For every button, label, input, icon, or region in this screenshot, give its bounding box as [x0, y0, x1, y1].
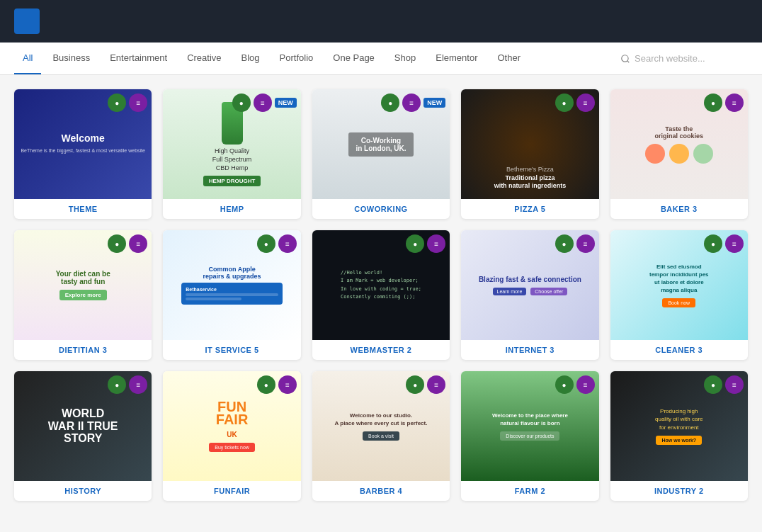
- card-label-dietitian3: DIETITIAN 3: [14, 340, 152, 360]
- badge-green: ●: [108, 94, 126, 112]
- badge-purple-pizza: ≡: [576, 94, 595, 112]
- app-container: All Business Entertainment Creative Blog…: [0, 0, 762, 515]
- svg-line-1: [627, 60, 630, 62]
- card-label-pizza5: PIZZA 5: [461, 199, 598, 219]
- badge-green-history: ●: [108, 375, 126, 394]
- badge-green-cleaner: ●: [704, 234, 722, 253]
- nav-item-elementor[interactable]: Elementor: [427, 43, 486, 74]
- badge-green-itservice: ●: [257, 234, 275, 253]
- badge-purple-dietitian: ≡: [129, 234, 147, 253]
- svg-point-0: [622, 55, 628, 61]
- search-input[interactable]: [635, 53, 748, 64]
- card-dietitian3[interactable]: Your diet can betasty and fun Explore mo…: [14, 230, 152, 360]
- badge-new-cowork: NEW: [423, 98, 445, 108]
- content: Welcome BeTheme is the biggest, fastest …: [0, 75, 762, 515]
- card-label-history: HISTORY: [14, 481, 152, 501]
- card-label-cleaner3: CLEANER 3: [610, 340, 748, 360]
- card-label-farm2: FARM 2: [461, 481, 598, 501]
- card-funfair[interactable]: FUNFAIRUK Buy tickets now ● ≡ FUNFAIR: [163, 371, 300, 501]
- badge-purple-funfair: ≡: [278, 375, 297, 394]
- badge-purple-farm: ≡: [576, 375, 595, 394]
- card-pizza5[interactable]: Betheme's Pizza Traditional pizzawith na…: [461, 89, 598, 219]
- search-icon: [620, 54, 630, 64]
- badge-purple-history: ≡: [129, 375, 147, 394]
- badge-green-hemp: ●: [232, 94, 251, 112]
- card-label-internet3: INTERNET 3: [461, 340, 598, 360]
- badge-purple-hemp: ≡: [254, 94, 272, 112]
- nav-item-all[interactable]: All: [14, 43, 41, 74]
- badge-green-farm: ●: [555, 375, 574, 394]
- card-label-baker3: BAKER 3: [610, 199, 748, 219]
- badge-purple-barber: ≡: [427, 375, 445, 394]
- card-label-itservice5: IT SERVICE 5: [163, 340, 300, 360]
- badge-green-industry: ●: [704, 375, 722, 394]
- website-grid: Welcome BeTheme is the biggest, fastest …: [14, 89, 748, 501]
- card-label-barber4: BARBER 4: [312, 481, 450, 501]
- card-label-theme: THEME: [14, 199, 152, 219]
- card-theme[interactable]: Welcome BeTheme is the biggest, fastest …: [14, 89, 152, 219]
- nav-item-creative[interactable]: Creative: [178, 43, 229, 74]
- nav-item-shop[interactable]: Shop: [386, 43, 424, 74]
- badge-purple-cleaner: ≡: [725, 234, 744, 253]
- nav-item-business[interactable]: Business: [44, 43, 98, 74]
- nav-item-entertainment[interactable]: Entertainment: [101, 43, 176, 74]
- card-label-industry2: INDUSTRY 2: [610, 481, 748, 501]
- badge-green-cowork: ●: [381, 94, 399, 112]
- card-industry2[interactable]: Producing highquality oil with carefor e…: [610, 371, 748, 501]
- nav-item-onepage[interactable]: One Page: [324, 43, 383, 74]
- card-label-cowork: COWORKING: [312, 199, 450, 219]
- card-baker3[interactable]: Taste theoriginal cookies ● ≡ BAKER 3: [610, 89, 748, 219]
- card-hemp[interactable]: High QualityFull SpectrumCBD Hemp HEMP D…: [163, 89, 300, 219]
- badge-green-dietitian: ●: [108, 234, 126, 253]
- nav-bar: All Business Entertainment Creative Blog…: [0, 43, 762, 75]
- card-cowork[interactable]: Co-Workingin London, UK. ● ≡ NEW COWORKI…: [312, 89, 450, 219]
- header: [0, 0, 762, 43]
- nav-item-portfolio[interactable]: Portfolio: [271, 43, 322, 74]
- badge-purple-industry: ≡: [725, 375, 744, 394]
- badge-green-pizza: ●: [555, 94, 574, 112]
- badge-green-internet: ●: [555, 234, 574, 253]
- card-itservice5[interactable]: Common Applerepairs & upgrades Bethaserv…: [163, 230, 300, 360]
- badge-green-webmaster: ●: [406, 234, 424, 253]
- nav-item-other[interactable]: Other: [489, 43, 529, 74]
- badge-purple-baker: ≡: [725, 94, 744, 112]
- badge-purple: ≡: [129, 94, 147, 112]
- logo: [14, 9, 40, 34]
- badge-green-funfair: ●: [257, 375, 275, 394]
- card-farm2[interactable]: Welcome to the place wherenatural flavou…: [461, 371, 598, 501]
- badge-purple-webmaster: ≡: [427, 234, 445, 253]
- badge-purple-internet: ≡: [576, 234, 595, 253]
- card-cleaner3[interactable]: Elit sed eiusmodtempor incididunt pesut …: [610, 230, 748, 360]
- nav-item-blog[interactable]: Blog: [233, 43, 268, 74]
- card-label-webmaster2: WEBMASTER 2: [312, 340, 450, 360]
- badge-green-barber: ●: [406, 375, 424, 394]
- badge-purple-itservice: ≡: [278, 234, 297, 253]
- badge-new-hemp: NEW: [275, 98, 297, 108]
- search-container: [620, 53, 748, 64]
- card-label-hemp: HEMP: [163, 199, 300, 219]
- card-webmaster2[interactable]: //Hello world! I am Mark = web developer…: [312, 230, 450, 360]
- badge-green-baker: ●: [704, 94, 722, 112]
- card-label-funfair: FUNFAIR: [163, 481, 300, 501]
- badge-purple-cowork: ≡: [402, 94, 421, 112]
- card-barber4[interactable]: Welcome to our studio.A place where ever…: [312, 371, 450, 501]
- card-history[interactable]: WORLDWAR II TRUESTORY ● ≡ HISTORY: [14, 371, 152, 501]
- card-internet3[interactable]: Blazing fast & safe connection Learn mor…: [461, 230, 598, 360]
